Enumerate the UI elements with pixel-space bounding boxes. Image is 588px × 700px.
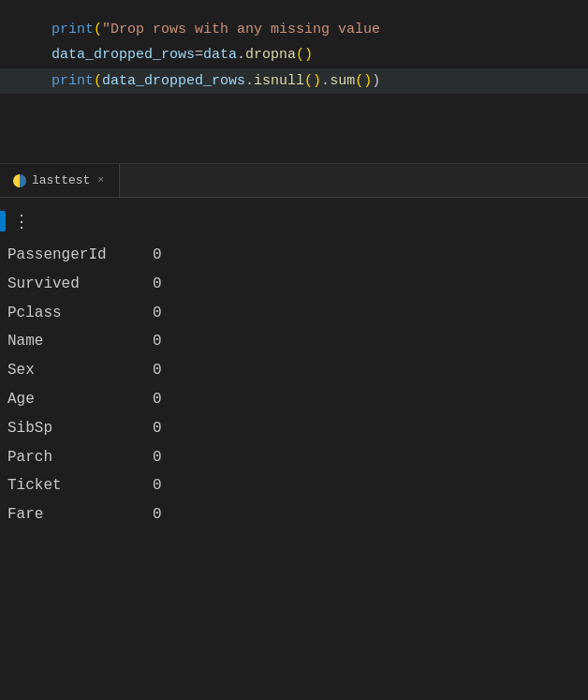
- output-menu-row: ⋮: [0, 207, 588, 235]
- table-row: Name 0: [7, 327, 588, 356]
- data-value: 0: [153, 503, 162, 527]
- data-value: 0: [153, 446, 162, 469]
- data-key: Fare: [7, 503, 153, 527]
- tab-label: lasttest: [32, 173, 90, 187]
- code-token: isnull: [254, 70, 304, 92]
- data-key: SibSp: [7, 417, 153, 440]
- line-indicator: [0, 211, 6, 231]
- data-value: 0: [153, 273, 162, 296]
- data-value: 0: [153, 244, 162, 267]
- code-token: =: [195, 44, 203, 66]
- data-value: 0: [153, 474, 162, 498]
- code-token: dropna: [245, 44, 296, 66]
- code-token: data_dropped_rows: [51, 44, 195, 66]
- menu-dots-button[interactable]: ⋮: [13, 211, 31, 231]
- code-token: (: [94, 19, 102, 40]
- data-key: Survived: [7, 273, 153, 296]
- data-value: 0: [153, 388, 162, 411]
- table-row: PassengerId 0: [7, 241, 588, 270]
- code-token: print: [51, 70, 94, 92]
- data-key: Ticket: [7, 474, 153, 498]
- data-value: 0: [153, 417, 162, 440]
- code-token: .: [237, 44, 245, 66]
- python-icon: [13, 174, 26, 187]
- code-line-3: print(data_dropped_rows.isnull().sum()): [0, 68, 588, 94]
- main-container: print("Drop rows with any missing value …: [0, 0, 588, 700]
- table-row: Fare 0: [7, 500, 588, 529]
- data-key: Name: [7, 330, 153, 353]
- code-token: e: [372, 19, 380, 40]
- code-token: (): [355, 70, 372, 92]
- data-key: Age: [7, 388, 153, 411]
- code-token: (: [94, 70, 102, 92]
- tab-lasttest[interactable]: lasttest ×: [0, 164, 120, 197]
- code-token: (): [296, 44, 313, 66]
- code-token: data_dropped_rows: [102, 70, 245, 92]
- data-value: 0: [153, 330, 162, 353]
- data-key: Parch: [7, 446, 153, 469]
- code-token: (): [304, 70, 321, 92]
- data-value: 0: [153, 302, 162, 325]
- code-line-4: [0, 94, 588, 119]
- tab-bar: lasttest ×: [0, 164, 588, 198]
- code-token: ): [372, 70, 380, 92]
- data-key: Sex: [7, 359, 153, 382]
- data-key: PassengerId: [7, 244, 153, 267]
- table-row: Survived 0: [7, 270, 588, 299]
- table-row: Pclass 0: [7, 299, 588, 328]
- code-token: data: [203, 44, 237, 66]
- code-line-1: print("Drop rows with any missing value: [0, 17, 588, 42]
- code-line-2: data_dropped_rows = data.dropna(): [0, 42, 588, 67]
- code-token: "Drop rows with any missing valu: [102, 19, 372, 40]
- table-row: Sex 0: [7, 356, 588, 385]
- code-token: print: [51, 19, 94, 40]
- code-token: sum: [330, 70, 355, 92]
- table-row: Age 0: [7, 385, 588, 414]
- data-table: PassengerId 0 Survived 0 Pclass 0 Name 0…: [0, 241, 588, 529]
- tab-close-button[interactable]: ×: [96, 173, 106, 187]
- table-row: SibSp 0: [7, 414, 588, 443]
- code-editor: print("Drop rows with any missing value …: [0, 0, 588, 164]
- code-token: .: [245, 70, 254, 92]
- table-row: Parch 0: [7, 443, 588, 472]
- code-token: .: [321, 70, 330, 92]
- data-key: Pclass: [7, 302, 153, 325]
- data-value: 0: [153, 359, 162, 382]
- table-row: Ticket 0: [7, 471, 588, 500]
- output-area: ⋮ PassengerId 0 Survived 0 Pclass 0 Name…: [0, 198, 588, 529]
